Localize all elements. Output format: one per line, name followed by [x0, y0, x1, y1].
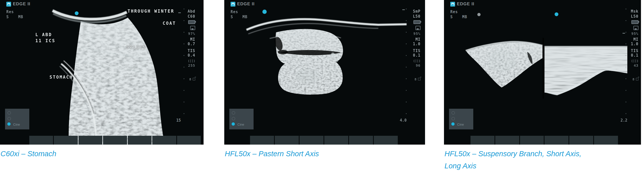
battery-icon: [621, 20, 638, 25]
marker-circle-icon: [232, 111, 235, 115]
grayscale-bar: [29, 136, 201, 145]
exam-type: SmP: [403, 9, 420, 14]
gain-marker-icon: [402, 9, 405, 10]
mi-label: MI: [178, 37, 195, 42]
sonosite-logo-icon: [450, 2, 455, 7]
figure-caption: HFL50x – Suspensory Branch, Short Axis, …: [444, 148, 581, 172]
figure-caption: HFL50x – Pastern Short Axis: [225, 148, 319, 160]
cine-indicator-icon: [232, 122, 235, 126]
cine-controls: Cine: [5, 109, 29, 129]
res-label: Res: [450, 10, 458, 14]
tis-value: 0.1: [621, 53, 638, 58]
s-label: S: [6, 15, 9, 19]
ultrasound-screen: EDGE II Res S MB THROUGH WINTER COAT L A…: [0, 0, 204, 145]
marker-circle-icon: [452, 111, 455, 115]
battery-percent: 95%: [621, 32, 638, 36]
cine-buffer-icon: ⟨||⟩: [178, 59, 195, 63]
mb-label: MB: [462, 15, 467, 19]
ultrasound-panel-pastern: EDGE II Res S MB SmP L50 95% MI 1.0 TIS …: [224, 0, 425, 181]
image-count: 8: [632, 77, 634, 81]
marker-circle-icon: [232, 117, 235, 120]
ultrasound-screen: EDGE II Res S MB Msk L50 95% MI 1.0 TIS …: [444, 0, 641, 145]
cine-buffer-icon: ⟨||⟩: [621, 59, 638, 63]
battery-percent: 97%: [178, 32, 195, 36]
tis-label: TIS: [403, 49, 420, 53]
ultrasound-image: [444, 0, 641, 145]
gain-marker-icon: [623, 33, 625, 34]
tis-value: 0.1: [403, 53, 420, 58]
annotation-spleen: SPLEEN: [126, 45, 146, 50]
ultrasound-panel-stomach: EDGE II Res S MB THROUGH WINTER COAT L A…: [0, 0, 204, 181]
tis-value: 0.4: [178, 53, 195, 58]
cine-buffer-count: 43: [621, 63, 638, 67]
caption-line: C60xi – Stomach: [1, 148, 56, 160]
res-label: Res: [6, 10, 14, 14]
caption-line: HFL50x – Pastern Short Axis: [225, 148, 319, 160]
exam-type: Msk: [621, 9, 638, 14]
sonosite-logo-icon: [6, 2, 11, 7]
device-logo: EDGE II: [450, 2, 474, 7]
cine-buffer-icon: ⟨||⟩: [403, 59, 420, 63]
annotation-through-winter: THROUGH WINTER: [128, 9, 174, 14]
cine-indicator-icon: [7, 122, 11, 126]
caption-line: Long Axis: [444, 160, 581, 172]
transducer-label: L50: [621, 14, 638, 19]
mi-value: 0.7: [178, 42, 195, 46]
orientation-marker-icon: [477, 13, 481, 16]
annotation-11-ics: 11 ICS: [35, 38, 55, 43]
mb-label: MB: [18, 15, 23, 19]
gain-marker-icon: [178, 12, 181, 13]
brand-text: EDGE II: [457, 2, 474, 7]
cine-label: Cine: [13, 123, 20, 126]
image-count: 8: [414, 77, 416, 81]
cine-indicator-icon: [451, 122, 455, 126]
save-icon: [621, 26, 638, 31]
image-counter: 8: [414, 77, 420, 81]
mi-label: MI: [403, 37, 420, 42]
cine-buffer-count: 96: [403, 63, 420, 67]
grayscale-bar: [250, 136, 398, 145]
cine-controls: Cine: [449, 109, 473, 129]
image-counter: 8: [632, 77, 638, 81]
tis-label: TIS: [178, 49, 195, 53]
orientation-marker-icon: [262, 10, 267, 14]
brand-text: EDGE II: [13, 2, 30, 7]
cine-label: Cine: [237, 123, 244, 126]
ultrasound-image: [224, 0, 425, 145]
cine-buffer-count: 255: [178, 63, 195, 67]
marker-circle-icon: [8, 111, 11, 115]
figure-caption: C60xi – Stomach: [1, 148, 56, 160]
mi-label: MI: [621, 37, 638, 42]
save-icon: [178, 26, 195, 31]
depth-label: 2.2: [621, 118, 627, 123]
marker-circle-icon: [452, 117, 455, 120]
brochure-page: EDGE II Res S MB THROUGH WINTER COAT L A…: [0, 0, 644, 181]
orientation-marker-icon: [75, 11, 79, 15]
orientation-marker-icon: [555, 12, 558, 16]
battery-percent: 95%: [403, 32, 420, 36]
ultrasound-panel-suspensory: EDGE II Res S MB Msk L50 95% MI 1.0 TIS …: [444, 0, 641, 181]
battery-icon: [403, 20, 420, 25]
annotation-l-abd: L ABD: [35, 32, 52, 37]
transducer-label: L50: [403, 14, 420, 19]
mi-value: 1.0: [621, 42, 638, 46]
marker-circle-icon: [8, 117, 11, 120]
transducer-label: C60: [178, 14, 195, 19]
clip-icon: [418, 78, 420, 80]
sonosite-logo-icon: [231, 2, 235, 7]
s-label: S: [450, 15, 453, 19]
mb-label: MB: [242, 15, 247, 19]
device-logo: EDGE II: [6, 2, 30, 7]
clip-icon: [193, 78, 195, 80]
image-count: 8: [189, 77, 191, 81]
brand-text: EDGE II: [237, 2, 255, 7]
annotation-stomach: STOMACH: [49, 75, 73, 80]
mi-value: 1.0: [403, 42, 420, 46]
depth-label: 15: [176, 118, 181, 123]
ultrasound-screen: EDGE II Res S MB SmP L50 95% MI 1.0 TIS …: [224, 0, 425, 145]
grayscale-bar: [470, 136, 618, 145]
clip-icon: [636, 78, 638, 80]
save-icon: [403, 26, 420, 31]
device-logo: EDGE II: [231, 2, 255, 7]
image-counter: 8: [189, 77, 195, 81]
